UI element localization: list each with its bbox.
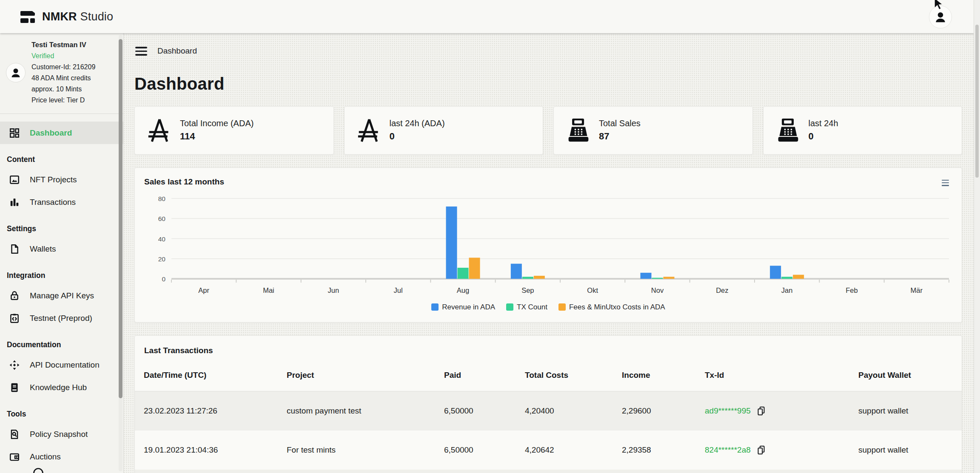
user-info-card: Testi Testman IV Verified Customer-Id: 2… — [0, 33, 123, 110]
sidebar-item-policy-snapshot[interactable]: Policy Snapshot — [0, 423, 123, 445]
stat-value: 0 — [390, 131, 445, 142]
user-avatar-icon — [9, 66, 22, 79]
column-header-paid: Paid — [444, 371, 525, 380]
copy-tx-id-button[interactable] — [757, 445, 766, 455]
customer-id: Customer-Id: 216209 — [31, 63, 95, 71]
column-header-project: Project — [287, 371, 444, 380]
svg-text:Jun: Jun — [328, 286, 339, 294]
top-bar: NMKR Studio — [0, 0, 974, 33]
legend-item-revenue-in-ada[interactable]: Revenue in ADA — [431, 303, 495, 312]
sidebar-item-dashboard[interactable]: Dashboard — [0, 122, 123, 144]
sales-chart-card: Sales last 12 months 020406080AprMaiJunJ… — [134, 167, 962, 323]
sidebar-scrollbar-thumb[interactable] — [119, 39, 122, 398]
sidebar-item-label: Dashboard — [30, 128, 72, 138]
chart-menu-button[interactable] — [940, 178, 951, 188]
sidebar-item-label: Manage API Keys — [30, 291, 94, 300]
copy-icon — [757, 445, 766, 455]
bar-revenue-in-ada-jan — [770, 266, 781, 279]
book-icon — [9, 382, 20, 393]
sidebar-item-label: Policy Snapshot — [30, 430, 88, 439]
svg-text:Nov: Nov — [651, 286, 664, 294]
breadcrumb: Dashboard — [134, 45, 962, 57]
copy-icon — [757, 406, 766, 416]
column-header-tx-id: Tx-Id — [705, 371, 858, 380]
breadcrumb-label: Dashboard — [157, 46, 197, 56]
copy-tx-id-button[interactable] — [757, 406, 766, 416]
mint-credits: 48 ADA Mint credits — [31, 74, 95, 82]
transaction-row: 19.01.2023 21:04:36For test mints6,50000… — [135, 431, 962, 470]
tx-id-link[interactable]: ad9******995 — [705, 406, 751, 416]
sidebar-section-integration: Integration — [7, 271, 123, 280]
cell-project: For test mints — [287, 445, 444, 455]
sidebar-item-auctions[interactable]: Auctions — [0, 445, 123, 468]
column-header-total-costs: Total Costs — [525, 371, 622, 380]
sidebar-nav: Dashboard Content NFT Projects Transacti… — [0, 122, 123, 468]
image-icon — [9, 174, 20, 185]
legend-item-tx-count[interactable]: TX Count — [506, 303, 547, 312]
ada-icon — [357, 117, 381, 144]
stats-row: Total Income (ADA) 114 last 24h (ADA) 0 — [134, 106, 962, 155]
cell-paid: 6,50000 — [444, 406, 525, 416]
sidebar-section-content: Content — [7, 155, 123, 164]
main-content: Dashboard Dashboard Total Income (ADA) 1… — [124, 33, 974, 473]
price-level: Price level: Tier D — [31, 96, 95, 104]
nmkr-logo[interactable]: NMKR Studio — [20, 10, 113, 23]
svg-text:Jul: Jul — [394, 286, 403, 294]
wallet-icon — [9, 451, 20, 462]
bar-fees-minutxo-costs-in-ada-jan — [793, 275, 804, 278]
cell-paid: 6,50000 — [444, 445, 525, 455]
stat-label: last 24h — [809, 119, 838, 128]
legend-swatch — [506, 303, 513, 311]
svg-text:Jan: Jan — [781, 286, 793, 294]
sales-chart-svg: 020406080AprMaiJunJulAugSepOktNovDezJanF… — [144, 193, 952, 302]
bar-revenue-in-ada-sep — [511, 263, 522, 278]
svg-text:Sep: Sep — [521, 286, 534, 294]
svg-text:0: 0 — [162, 275, 165, 283]
menu-toggle-button[interactable] — [134, 45, 148, 57]
sidebar-item-manage-api-keys[interactable]: Manage API Keys — [0, 284, 123, 307]
legend-item-fees-minutxo-costs-in-ada[interactable]: Fees & MinUtxo Costs in ADA — [558, 303, 665, 312]
sidebar: Testi Testman IV Verified Customer-Id: 2… — [0, 33, 124, 473]
svg-text:80: 80 — [158, 195, 166, 202]
legend-swatch — [431, 303, 439, 311]
ada-icon — [148, 117, 171, 144]
bar-revenue-in-ada-nov — [641, 273, 652, 279]
bar-chart-icon — [9, 197, 20, 208]
cash-register-icon — [567, 118, 590, 143]
window-scrollbar-thumb[interactable] — [975, 25, 979, 178]
cell-payout-wallet: support wallet — [858, 445, 962, 455]
legend-label: Revenue in ADA — [442, 303, 495, 312]
four-diamonds-icon — [9, 360, 20, 371]
sidebar-item-testnet[interactable]: Testnet (Preprod) — [0, 307, 123, 329]
clipboard-code-icon — [9, 313, 20, 324]
sidebar-item-api-documentation[interactable]: API Documentation — [0, 354, 123, 376]
sidebar-item-label: NFT Projects — [30, 175, 77, 184]
sidebar-item-knowledge-hub[interactable]: Knowledge Hub — [0, 376, 123, 399]
cell-tx-id: ad9******995 — [705, 406, 858, 416]
approx-mints: approx. 10 Mints — [31, 85, 95, 93]
sidebar-item-label: Wallets — [30, 244, 56, 254]
sidebar-item-nft-projects[interactable]: NFT Projects — [0, 168, 123, 191]
table-title: Last Transactions — [135, 336, 962, 355]
stat-value: 0 — [809, 131, 838, 142]
stat-card-last24h-ada: last 24h (ADA) 0 — [344, 106, 544, 155]
account-menu-button[interactable] — [929, 6, 952, 28]
cell-income: 2,29600 — [622, 406, 705, 416]
sidebar-section-documentation: Documentation — [7, 340, 123, 349]
chart-legend: Revenue in ADATX CountFees & MinUtxo Cos… — [144, 303, 952, 312]
transaction-row: 23.02.2023 11:27:26custom payment test6,… — [135, 391, 962, 431]
legend-label: Fees & MinUtxo Costs in ADA — [569, 303, 665, 312]
stat-card-total-sales: Total Sales 87 — [553, 106, 753, 155]
sidebar-item-label: Knowledge Hub — [30, 383, 87, 392]
bar-fees-minutxo-costs-in-ada-nov — [664, 277, 675, 279]
lock-icon — [9, 290, 20, 301]
tx-id-link[interactable]: 824******2a8 — [705, 445, 751, 455]
sidebar-item-transactions[interactable]: Transactions — [0, 191, 123, 213]
cash-register-icon — [776, 118, 800, 143]
transactions-header-row: Date/Time (UTC)ProjectPaidTotal CostsInc… — [135, 360, 962, 391]
window-scrollbar-track[interactable] — [974, 0, 980, 473]
stat-value: 114 — [180, 131, 254, 142]
sidebar-avatar — [6, 63, 26, 82]
stat-value: 87 — [599, 131, 641, 142]
sidebar-item-wallets[interactable]: Wallets — [0, 238, 123, 260]
